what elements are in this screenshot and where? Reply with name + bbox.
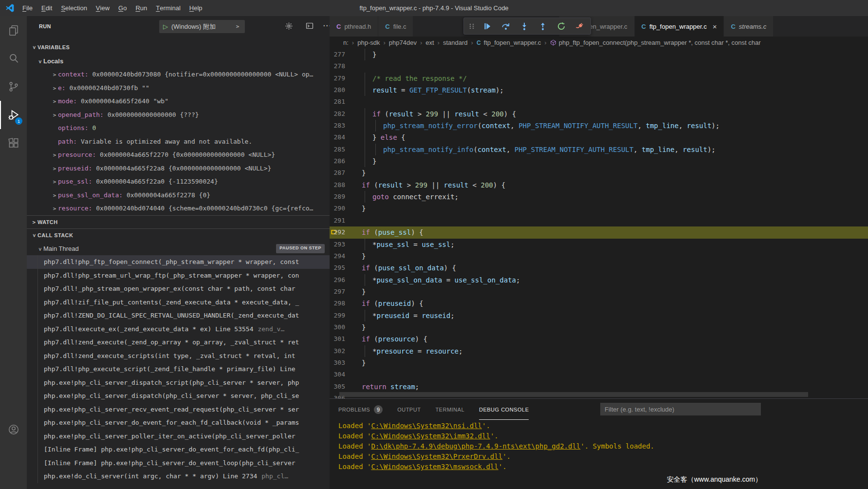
panel-tab-output[interactable]: OUTPUT	[397, 399, 421, 420]
tab-file-c[interactable]: Cfile.c	[378, 16, 413, 37]
variable-row[interactable]: >puse_ssl_on_data: 0x0000004a665f2278 {0…	[27, 188, 330, 202]
variable-row[interactable]: >e: 0x00000240bd0730fb ""	[27, 81, 330, 95]
source-control-icon[interactable]	[0, 73, 27, 101]
stack-frame-row[interactable]: php7.dll!php_stream_url_wrap_ftp(_php_st…	[27, 269, 330, 282]
panel-tab-terminal[interactable]: TERMINAL	[435, 399, 464, 420]
code-line-294[interactable]: 294}	[330, 250, 868, 262]
console-file-link[interactable]: C:\Windows\System32\PrxerDrv.dll	[371, 452, 502, 460]
close-icon[interactable]: ×	[713, 22, 717, 31]
console-filter-input[interactable]	[600, 403, 761, 415]
debug-console-output[interactable]: Loaded 'C:\Windows\System32\nsi.dll'.Loa…	[330, 420, 868, 472]
code-line-300[interactable]: 300}	[330, 321, 868, 333]
start-debug-icon[interactable]: ▷	[163, 23, 168, 30]
stack-frame-row[interactable]: php.exe!php_cli_server_do_event_for_each…	[27, 416, 330, 430]
breadcrumb-item[interactable]: php-sdk	[357, 39, 380, 46]
run-and-debug-icon[interactable]: 1	[0, 101, 27, 129]
stack-frame-row[interactable]: php7.dll!zend_execute(_zend_op_array * o…	[27, 336, 330, 349]
menu-item-help[interactable]: Help	[185, 0, 207, 16]
stack-frame-row[interactable]: php.exe!php_cli_server_recv_event_read_r…	[27, 403, 330, 416]
code-line-289[interactable]: 289goto connect_errexit;	[330, 191, 868, 203]
variable-row[interactable]: >opened_path: 0x0000000000000000 {???}	[27, 108, 330, 122]
continue-button[interactable]	[479, 19, 495, 34]
chevron-collapsed-icon[interactable]: >	[51, 95, 58, 109]
chevron-collapsed-icon[interactable]: >	[51, 202, 58, 216]
stack-frame-row[interactable]: php7.dll!ZEND_DO_ICALL_SPEC_RETVAL_UNUSE…	[27, 309, 330, 322]
code-line-287[interactable]: 287}	[330, 167, 868, 179]
settings-gear-icon[interactable]	[285, 22, 293, 30]
variable-row[interactable]: >preuseid: 0x0000004a665f22a8 {0x0000000…	[27, 162, 330, 175]
breadcrumb-item[interactable]: standard	[443, 39, 468, 46]
chevron-expanded-icon[interactable]: >	[27, 232, 41, 239]
code-line-293[interactable]: 293*puse_ssl = use_ssl;	[330, 239, 868, 250]
code-line-298[interactable]: 298if (preuseid) {	[330, 298, 868, 309]
variable-row[interactable]: >presource: 0x0000004a665f2270 {0x000000…	[27, 148, 330, 162]
code-line-301[interactable]: 301if (presource) {	[330, 333, 868, 345]
code-line-285[interactable]: 285php_stream_notify_info(context, PHP_S…	[330, 144, 868, 155]
breadcrumb-item[interactable]: ftp_fopen_wrapper.c	[484, 39, 541, 46]
tab-ftp_fopen_wrapper-c[interactable]: Cftp_fopen_wrapper.c×	[635, 16, 724, 37]
code-line-283[interactable]: 283php_stream_notify_error(context, PHP_…	[330, 120, 868, 132]
code-line-288[interactable]: 288if (result > 299 || result < 200) {	[330, 179, 868, 191]
chevron-collapsed-icon[interactable]: >	[51, 68, 58, 82]
menu-item-edit[interactable]: Edit	[37, 0, 56, 16]
variable-row[interactable]: >context: 0x00000240bd073080 {notifier=0…	[27, 68, 330, 81]
menu-item-view[interactable]: View	[92, 0, 114, 16]
console-file-link[interactable]: C:\Windows\System32\mswsock.dll	[371, 463, 498, 470]
stack-frame-row[interactable]: php7.dll!execute_ex(_zend_execute_data *…	[27, 322, 330, 336]
section-call-stack[interactable]: >CALL STACK	[27, 228, 330, 242]
stack-frame-row[interactable]: [Inline Frame] php.exe!php_cli_server_do…	[27, 456, 330, 470]
stack-frame-row[interactable]: php.exe!php_cli_server_poller_iter_on_ac…	[27, 430, 330, 443]
explorer-icon[interactable]	[0, 16, 27, 44]
code-line-279[interactable]: 279/* read the response */	[330, 73, 868, 84]
panel-tab-problems[interactable]: PROBLEMS9	[338, 399, 383, 420]
code-line-284[interactable]: 284} else {	[330, 132, 868, 143]
debug-config-dropdown[interactable]: ▷ (Windows) 附加 >	[159, 20, 245, 33]
code-line-296[interactable]: 296*puse_ssl_on_data = use_ssl_on_data;	[330, 274, 868, 286]
breadcrumb-item[interactable]: php_ftp_fopen_connect(php_stream_wrapper…	[559, 39, 761, 46]
breadcrumb-item[interactable]: php74dev	[389, 39, 417, 46]
breadcrumb-item[interactable]: n:	[343, 39, 349, 46]
stack-frame-row[interactable]: php.exe!php_cli_server_dispatch_script(p…	[27, 376, 330, 390]
stack-frame-row[interactable]: php7.dll!zend_execute_scripts(int type, …	[27, 349, 330, 363]
chevron-collapsed-icon[interactable]: >	[51, 189, 58, 203]
code-line-303[interactable]: 303}	[330, 357, 868, 369]
menu-item-go[interactable]: Go	[114, 0, 131, 16]
code-line-286[interactable]: 286}	[330, 155, 868, 167]
step-over-button[interactable]	[498, 19, 514, 34]
code-editor[interactable]: 277}278279/* read the response */280resu…	[330, 49, 868, 398]
menu-item-terminal[interactable]: Terminal	[151, 0, 185, 16]
stack-frame-row[interactable]: php7.dll!zif_file_put_contents(_zend_exe…	[27, 296, 330, 309]
code-line-297[interactable]: 297}	[330, 286, 868, 298]
restart-button[interactable]	[553, 19, 569, 34]
variable-row[interactable]: options: 0	[27, 121, 330, 135]
menu-item-file[interactable]: File	[18, 0, 37, 16]
tab-pthread-h[interactable]: Cpthread.h	[330, 16, 378, 37]
code-line-302[interactable]: 302*presource = resource;	[330, 345, 868, 357]
chevron-expanded-icon[interactable]: >	[33, 245, 47, 252]
code-line-299[interactable]: 299*preuseid = reuseid;	[330, 310, 868, 321]
menu-item-selection[interactable]: Selection	[56, 0, 91, 16]
code-line-282[interactable]: 282if (result > 299 || result < 200) {	[330, 108, 868, 120]
variable-row[interactable]: >puse_ssl: 0x0000004a665f22a0 {-11235900…	[27, 175, 330, 188]
stack-frame-row[interactable]: php.exe!php_cli_server_dispatch(php_cli_…	[27, 389, 330, 403]
code-line-290[interactable]: 290}	[330, 203, 868, 214]
step-out-button[interactable]	[535, 19, 551, 34]
scope-locals[interactable]: >Locals	[27, 55, 330, 68]
code-line-278[interactable]: 278	[330, 60, 868, 72]
chevron-collapsed-icon[interactable]: >	[51, 149, 58, 162]
chevron-collapsed-icon[interactable]: >	[51, 162, 58, 176]
debug-console-icon[interactable]	[306, 22, 314, 30]
panel-tab-debug-console[interactable]: DEBUG CONSOLE	[479, 399, 529, 420]
search-icon[interactable]	[0, 44, 27, 73]
code-line-280[interactable]: 280result = GET_FTP_RESULT(stream);	[330, 84, 868, 96]
chevron-collapsed-icon[interactable]: >	[51, 175, 58, 189]
code-line-305[interactable]: 305return stream;	[330, 381, 868, 393]
console-file-link[interactable]: C:\Windows\System32\imm32.dll	[371, 432, 490, 440]
console-file-link[interactable]: C:\Windows\System32\nsi.dll	[371, 422, 482, 430]
step-into-button[interactable]	[516, 19, 532, 34]
stack-frame-row[interactable]: [Inline Frame] php.exe!php_cli_server_do…	[27, 443, 330, 456]
chevron-collapsed-icon[interactable]: >	[51, 82, 58, 95]
code-line-277[interactable]: 277}	[330, 49, 868, 60]
drag-grip-icon[interactable]	[467, 19, 477, 34]
extensions-icon[interactable]	[0, 129, 27, 157]
